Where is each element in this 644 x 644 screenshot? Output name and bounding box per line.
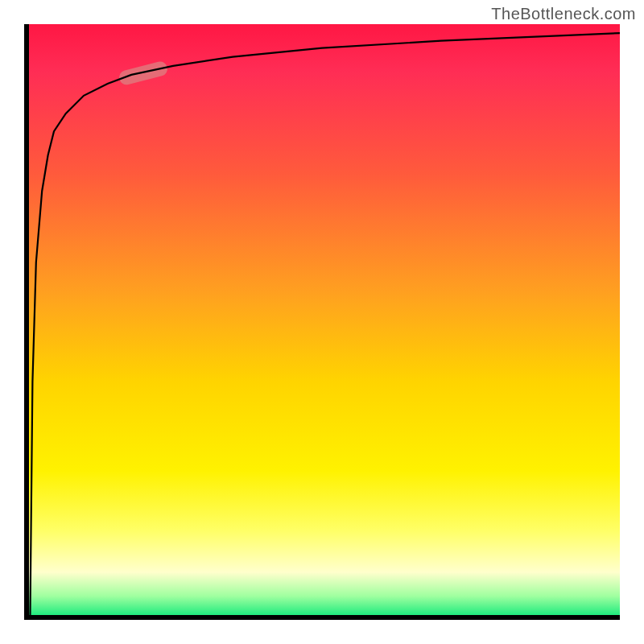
plot-area	[24, 24, 620, 620]
highlight-pill	[118, 60, 169, 87]
curve-svg	[24, 24, 620, 620]
highlight-pill-group	[118, 60, 169, 87]
bottleneck-curve-path	[30, 33, 620, 620]
watermark-text: TheBottleneck.com	[491, 5, 636, 23]
chart-container: TheBottleneck.com	[0, 0, 644, 644]
